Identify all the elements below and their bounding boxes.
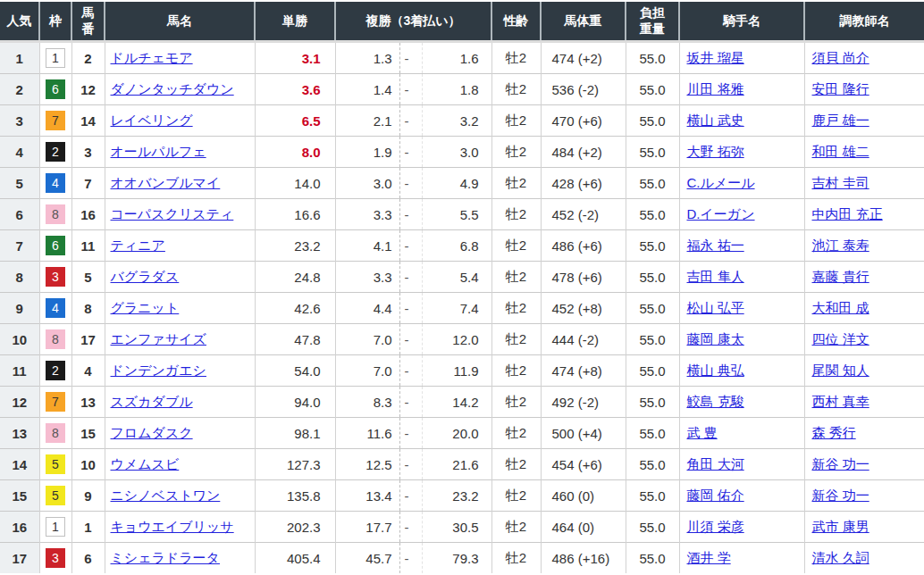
frame-cell: 5 xyxy=(39,480,71,512)
frame-number-badge: 5 xyxy=(46,454,65,474)
jockey-name-link[interactable]: 川田 将雅 xyxy=(687,81,744,96)
horse-name-link[interactable]: オオバンブルマイ xyxy=(111,175,221,190)
frame-cell: 7 xyxy=(39,105,71,137)
trainer-name-link[interactable]: 中内田 充正 xyxy=(812,206,883,221)
header-trainer: 調教師名 xyxy=(804,2,924,42)
frame-cell: 8 xyxy=(39,418,71,449)
jockey-name-link[interactable]: 松山 弘平 xyxy=(687,300,744,315)
trainer-name-link[interactable]: 安田 隆行 xyxy=(812,81,869,96)
frame-cell: 2 xyxy=(39,137,71,168)
jockey-name-link[interactable]: 酒井 学 xyxy=(687,550,731,565)
horse-name-link[interactable]: スズカダブル xyxy=(111,394,193,409)
place-odds-range: 3.3 - 5.5 xyxy=(336,199,491,229)
jockey-name-link[interactable]: 横山 典弘 xyxy=(687,362,744,378)
jockey-name-link[interactable]: 武 豊 xyxy=(687,425,718,440)
place-odds-min: 3.3 xyxy=(336,262,399,292)
jockey-name-link[interactable]: 藤岡 康太 xyxy=(687,331,744,346)
horse-name-link[interactable]: バグラダス xyxy=(111,269,180,284)
jockey-name-link[interactable]: 角田 大河 xyxy=(687,456,744,471)
horse-name-link[interactable]: ドルチェモア xyxy=(111,50,193,65)
trainer-name-link[interactable]: 西村 真幸 xyxy=(812,394,869,409)
horse-weight: 428 (+6) xyxy=(541,168,626,199)
jockey-name-link[interactable]: D.イーガン xyxy=(687,206,755,221)
horse-name-link[interactable]: キョウエイブリッサ xyxy=(111,519,234,534)
place-odds-range: 7.0 - 11.9 xyxy=(336,355,491,386)
jockey-name-link[interactable]: 吉田 隼人 xyxy=(687,269,744,284)
horse-name-link[interactable]: フロムダスク xyxy=(111,425,193,440)
trainer-name-link[interactable]: 池江 泰寿 xyxy=(812,238,869,253)
trainer-name-link[interactable]: 新谷 功一 xyxy=(812,456,869,471)
horse-name-link[interactable]: ダノンタッチダウン xyxy=(111,81,234,96)
horse-weight: 464 (0) xyxy=(541,512,626,543)
popularity-rank: 6 xyxy=(0,199,39,230)
trainer-name-link[interactable]: 吉村 圭司 xyxy=(812,175,869,190)
trainer-name-link[interactable]: 嘉藤 貴行 xyxy=(812,269,869,284)
jockey-name-link[interactable]: 横山 武史 xyxy=(687,112,744,128)
trainer-name-link[interactable]: 武市 康男 xyxy=(812,519,869,534)
frame-number-badge: 8 xyxy=(46,204,65,224)
trainer-name-link[interactable]: 四位 洋文 xyxy=(812,331,869,346)
win-odds: 94.0 xyxy=(255,387,335,418)
horse-number: 14 xyxy=(71,105,105,137)
frame-number-badge: 7 xyxy=(46,392,65,412)
place-odds-max: 6.8 xyxy=(423,230,491,261)
frame-number-badge: 8 xyxy=(46,423,65,443)
trainer-name-link[interactable]: 尾関 知人 xyxy=(812,362,869,378)
carried-weight: 55.0 xyxy=(626,199,679,230)
jockey-name-link[interactable]: 福永 祐一 xyxy=(687,238,744,253)
horse-name-link[interactable]: オールパルフェ xyxy=(111,144,206,159)
place-odds-range: 12.5 - 21.6 xyxy=(336,449,491,479)
jockey-name-link[interactable]: C.ルメール xyxy=(687,175,755,190)
win-odds: 16.6 xyxy=(255,199,335,230)
frame-number-badge: 4 xyxy=(46,173,65,193)
place-odds-separator: - xyxy=(399,293,423,323)
horse-name-link[interactable]: ニシノベストワン xyxy=(111,488,221,503)
horse-name-link[interactable]: ウメムスビ xyxy=(111,456,180,471)
sex-age: 牡2 xyxy=(491,105,541,137)
table-row: 14 5 10 ウメムスビ 127.3 12.5 - 21.6 牡2 454 (… xyxy=(0,449,924,480)
horse-number: 1 xyxy=(71,512,105,543)
trainer-name-link[interactable]: 大和田 成 xyxy=(812,300,869,315)
place-odds-max: 79.3 xyxy=(423,543,491,573)
trainer-name-link[interactable]: 鹿戸 雄一 xyxy=(812,112,869,128)
win-odds: 23.2 xyxy=(255,230,335,262)
place-odds-separator: - xyxy=(399,43,423,73)
jockey-cell: 角田 大河 xyxy=(679,449,804,480)
horse-name-link[interactable]: ミシェラドラータ xyxy=(111,550,220,565)
horse-number: 7 xyxy=(71,168,105,199)
header-horse-name: 馬名 xyxy=(105,2,255,42)
place-odds-min: 11.6 xyxy=(336,418,399,448)
horse-name-link[interactable]: レイベリング xyxy=(111,112,193,128)
jockey-cell: 藤岡 康太 xyxy=(679,324,804,355)
jockey-name-link[interactable]: 藤岡 佑介 xyxy=(687,488,744,503)
horse-weight: 474 (+8) xyxy=(541,355,626,387)
place-odds-max: 3.0 xyxy=(423,137,491,167)
jockey-name-link[interactable]: 大野 拓弥 xyxy=(687,144,744,159)
trainer-name-link[interactable]: 森 秀行 xyxy=(812,425,856,440)
win-odds: 54.0 xyxy=(255,355,335,387)
trainer-name-link[interactable]: 新谷 功一 xyxy=(812,488,869,503)
frame-cell: 7 xyxy=(39,387,71,418)
horse-name-link[interactable]: ティニア xyxy=(111,238,165,253)
horse-name-link[interactable]: コーパスクリスティ xyxy=(111,206,234,221)
jockey-cell: 坂井 瑠星 xyxy=(679,42,804,74)
table-row: 4 2 3 オールパルフェ 8.0 1.9 - 3.0 牡2 484 (+2) … xyxy=(0,137,924,168)
horse-name-link[interactable]: ドンデンガエシ xyxy=(111,362,206,378)
trainer-name-link[interactable]: 須貝 尚介 xyxy=(812,50,869,65)
place-odds-max: 20.0 xyxy=(423,418,491,448)
jockey-name-link[interactable]: 川須 栄彦 xyxy=(687,519,744,534)
jockey-name-link[interactable]: 坂井 瑠星 xyxy=(687,50,744,65)
horse-name-cell: フロムダスク xyxy=(105,418,255,449)
frame-number-badge: 7 xyxy=(46,111,65,130)
place-odds-min: 1.9 xyxy=(336,137,399,167)
trainer-name-link[interactable]: 清水 久詞 xyxy=(812,550,869,565)
horse-name-link[interactable]: エンファサイズ xyxy=(111,331,206,346)
trainer-name-link[interactable]: 和田 雄二 xyxy=(812,144,869,159)
win-odds: 6.5 xyxy=(255,105,335,137)
place-odds-range: 1.3 - 1.6 xyxy=(336,43,491,73)
frame-cell: 1 xyxy=(39,42,71,74)
horse-name-link[interactable]: グラニット xyxy=(111,300,180,315)
jockey-name-link[interactable]: 鮫島 克駿 xyxy=(687,394,744,409)
horse-name-cell: スズカダブル xyxy=(105,387,255,418)
trainer-cell: 四位 洋文 xyxy=(804,324,924,355)
